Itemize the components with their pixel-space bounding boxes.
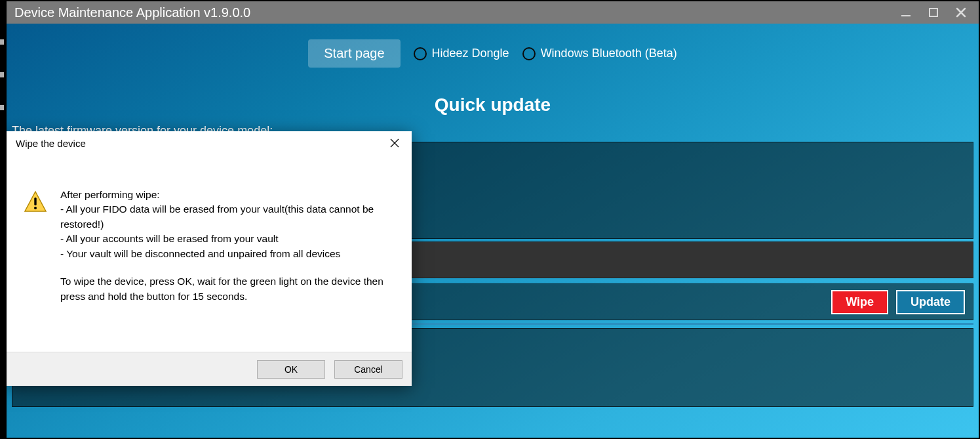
radio-label: Windows Bluetooth (Beta) — [541, 47, 677, 60]
titlebar: Device Maintenance Application v1.9.0.0 — [7, 1, 979, 24]
dialog-ok-button[interactable]: OK — [257, 360, 325, 379]
page-title: Quick update — [7, 94, 979, 115]
wipe-button[interactable]: Wipe — [831, 290, 888, 314]
radio-label: Hideez Dongle — [432, 47, 509, 60]
dialog-cancel-button[interactable]: Cancel — [334, 360, 402, 379]
dialog-line: - All your FIDO data will be erased from… — [60, 203, 374, 229]
wipe-dialog: Wipe the device After performing wipe: -… — [7, 131, 412, 386]
svg-point-4 — [34, 207, 37, 209]
dialog-line: - Your vault will be disconnected and un… — [60, 248, 340, 259]
dialog-footer: OK Cancel — [7, 352, 412, 386]
dialog-header: Wipe the device — [7, 131, 412, 155]
dialog-line: After performing wipe: — [60, 189, 160, 200]
radio-hideez-dongle[interactable]: Hideez Dongle — [414, 47, 509, 60]
window-title: Device Maintenance Application v1.9.0.0 — [14, 5, 250, 20]
left-edge-stub — [0, 105, 4, 110]
radio-circle-icon — [414, 47, 427, 60]
svg-rect-0 — [901, 15, 911, 16]
top-nav: Start page Hideez Dongle Windows Bluetoo… — [7, 39, 979, 68]
svg-rect-1 — [930, 9, 937, 16]
app-window: Device Maintenance Application v1.9.0.0 … — [0, 0, 980, 439]
left-edge-stub — [0, 39, 4, 45]
warning-icon — [24, 190, 47, 214]
dialog-title: Wipe the device — [16, 138, 86, 149]
maximize-icon[interactable] — [928, 7, 939, 18]
dialog-body: After performing wipe: - All your FIDO d… — [7, 155, 412, 304]
minimize-icon[interactable] — [900, 7, 912, 18]
radio-windows-bluetooth[interactable]: Windows Bluetooth (Beta) — [522, 47, 677, 60]
window-controls — [900, 1, 976, 24]
dialog-close-icon[interactable] — [387, 135, 402, 151]
radio-circle-icon — [522, 47, 536, 60]
svg-rect-3 — [34, 198, 36, 205]
update-button[interactable]: Update — [896, 290, 965, 314]
dialog-line: - All your accounts will be erased from … — [60, 233, 279, 244]
left-edge-stub — [0, 72, 4, 77]
close-icon[interactable] — [955, 7, 967, 18]
dialog-text: After performing wipe: - All your FIDO d… — [60, 188, 395, 304]
start-page-button[interactable]: Start page — [308, 39, 400, 68]
dialog-line: To wipe the device, press OK, wait for t… — [60, 274, 395, 304]
